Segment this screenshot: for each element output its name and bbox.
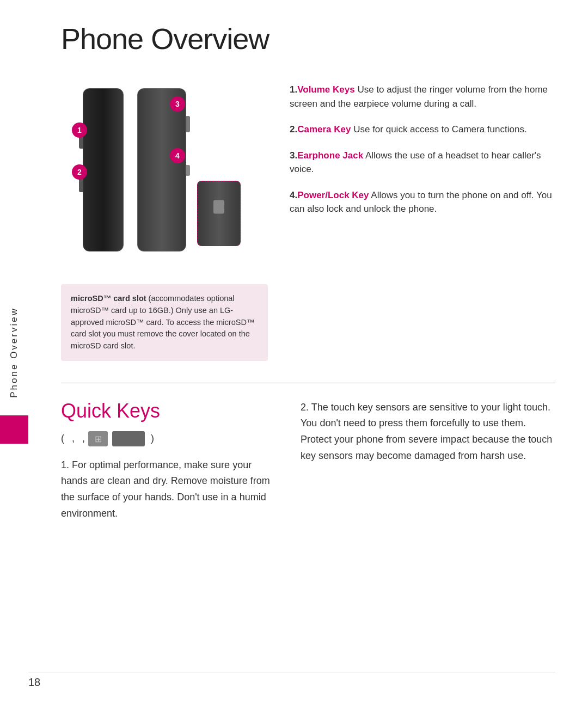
feature-item-2: 2.Camera Key Use for quick access to Cam… — [290, 122, 555, 137]
page-number: 18 — [28, 676, 40, 689]
quick-keys-section: Quick Keys ( , , ) 1. For optimal perfor… — [61, 400, 555, 530]
main-content: Phone Overview 1 2 3 4 — [28, 0, 588, 705]
top-section: 1 2 3 4 microSD™ card slot (accommodates… — [61, 77, 555, 361]
feature-label-2: Camera Key — [297, 124, 351, 134]
phone-left-body — [83, 88, 124, 252]
page-title: Phone Overview — [61, 22, 555, 56]
quick-keys-right: 2. The touch key sensors are sensitive t… — [301, 400, 555, 530]
sidebar-label: Phone Overview — [9, 307, 20, 398]
quick-point-1: 1. For optimal performance, make sure yo… — [61, 457, 279, 522]
badge-1: 1 — [72, 122, 87, 138]
badge-4: 4 — [170, 148, 185, 163]
phone-diagram: 1 2 3 4 — [61, 77, 268, 273]
section-divider — [61, 383, 555, 383]
badge-3: 3 — [170, 96, 185, 112]
quick-keys-title: Quick Keys — [61, 400, 279, 422]
quick-point-1-number: 1. — [61, 459, 72, 470]
quick-point-1-text: For optimal performance, make sure your … — [61, 459, 270, 519]
quick-point-2-number: 2. — [301, 402, 311, 413]
feature-item-4: 4.Power/Lock Key Allows you to turn the … — [290, 188, 555, 216]
note-bold: microSD™ card slot — [71, 294, 146, 303]
left-column: 1 2 3 4 microSD™ card slot (accommodates… — [61, 77, 268, 361]
phone-right-body — [137, 88, 186, 252]
feature-item-3: 3.Earphone Jack Allows the use of a head… — [290, 149, 555, 176]
sidebar-accent — [0, 415, 28, 444]
right-column: 1.Volume Keys Use to adjust the ringer v… — [290, 77, 555, 361]
quick-keys-left: Quick Keys ( , , ) 1. For optimal perfor… — [61, 400, 279, 530]
quick-point-2: 2. The touch key sensors are sensitive t… — [301, 400, 555, 464]
bottom-divider — [28, 672, 555, 672]
feature-label-3: Earphone Jack — [297, 150, 363, 161]
earphone-jack — [186, 116, 190, 132]
quick-point-2-text: The touch key sensors are sensitive to y… — [301, 402, 552, 461]
keys-row: ( , , ) — [61, 431, 279, 446]
note-box: microSD™ card slot (accommodates optiona… — [61, 284, 268, 361]
key-icon-grid — [88, 431, 108, 446]
key-icon-menu — [112, 431, 145, 446]
feature-list: 1.Volume Keys Use to adjust the ringer v… — [290, 83, 555, 216]
power-lock-key — [186, 165, 190, 176]
sidebar: Phone Overview — [0, 0, 28, 705]
feature-desc-2: Use for quick access to Camera functions… — [351, 124, 526, 134]
feature-label-4: Power/Lock Key — [297, 190, 369, 200]
feature-label-1: Volume Keys — [297, 84, 355, 95]
feature-item-1: 1.Volume Keys Use to adjust the ringer v… — [290, 83, 555, 111]
zoom-inset — [197, 181, 241, 246]
badge-2: 2 — [72, 164, 87, 180]
